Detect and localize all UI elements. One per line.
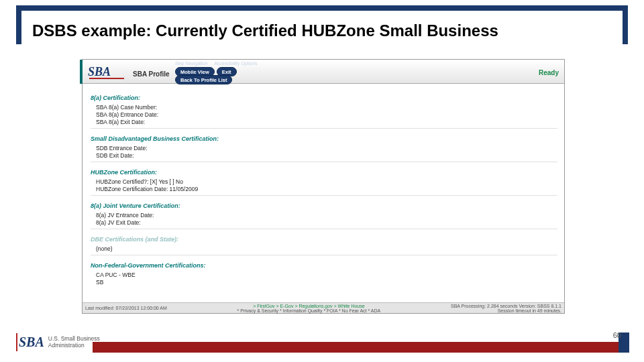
section-hubzone-header: HUBZone Certification:: [91, 169, 557, 176]
processing-text: SBA Processing: 2.284 seconds Version: S…: [451, 304, 561, 308]
field-8a-case-number: SBA 8(a) Case Number:: [96, 104, 557, 111]
section-dbe-header: DBE Certifications (and State):: [91, 236, 557, 243]
slide-footer: SBA U.S. Small Business Administration 6…: [0, 324, 644, 362]
field-sdb-entrance: SDB Entrance Date:: [96, 145, 557, 152]
legal-links: * Privacy & Security * Information Quali…: [167, 308, 451, 313]
field-8a-exit-date: SBA 8(a) Exit Date:: [96, 119, 557, 125]
screenshot-header: SBA SBA Profile Skip Navigation Accessib…: [83, 60, 564, 84]
dsbs-screenshot: SBA SBA Profile Skip Navigation Accessib…: [82, 59, 565, 314]
field-hubzone-certified: HUBZone Certified?: [X] Yes [ ] No: [96, 178, 557, 185]
status-center: > FirstGov > E-Gov > Regulations.gov > W…: [167, 304, 451, 313]
profile-body: 8(a) Certification: SBA 8(a) Case Number…: [83, 84, 564, 286]
session-timeout-text: Session timeout in 49 minutes.: [451, 308, 561, 313]
divider: [91, 255, 557, 255]
top-nav-links: Skip Navigation Accessibility Options: [175, 61, 262, 66]
gov-links: > FirstGov > E-Gov > Regulations.gov > W…: [167, 304, 451, 308]
divider: [91, 229, 557, 229]
pill-row-2: Back To Profile List: [175, 75, 232, 84]
status-bar: Last modified: 07/22/2013 12:00:00 AM > …: [83, 302, 564, 313]
divider: [91, 128, 557, 129]
skip-navigation-link[interactable]: Skip Navigation: [175, 61, 208, 66]
field-nonfed-1: CA PUC - WBE: [96, 272, 557, 278]
back-to-profile-list-button[interactable]: Back To Profile List: [175, 75, 232, 84]
footer-sba-logo: SBA U.S. Small Business Administration: [19, 335, 100, 350]
section-8a-cert-header: 8(a) Certification:: [91, 95, 557, 101]
status-right: SBA Processing: 2.284 seconds Version: S…: [451, 304, 561, 313]
field-dbe-none: (none): [96, 245, 557, 252]
footer-logo-mark: SBA: [19, 335, 44, 350]
section-sdb-header: Small Disadvantaged Business Certificati…: [91, 135, 557, 142]
field-8a-entrance-date: SBA 8(a) Entrance Date:: [96, 111, 557, 118]
divider: [91, 195, 557, 196]
field-8a-jv-exit: 8(a) JV Exit Date:: [96, 219, 557, 226]
slide-title: DSBS example: Currently Certified HUBZon…: [30, 21, 501, 40]
page-number: 60: [613, 331, 621, 339]
sba-logo: SBA: [88, 65, 111, 79]
field-hubzone-cert-date: HUBZone Certification Date: 11/05/2009: [96, 186, 557, 192]
sba-logo-underline: [89, 78, 124, 79]
section-nonfed-header: Non-Federal-Government Certifications:: [91, 262, 557, 269]
divider: [91, 162, 557, 162]
field-sdb-exit: SDB Exit Date:: [96, 152, 557, 159]
accessibility-options-link[interactable]: Accessibility Options: [214, 61, 257, 66]
field-nonfed-2: SB: [96, 279, 557, 286]
field-8a-jv-entrance: 8(a) JV Entrance Date:: [96, 212, 557, 219]
header-edge-decoration: [80, 60, 83, 84]
footer-red-bar: [93, 342, 624, 353]
last-modified-text: Last modified: 07/22/2013 12:00:00 AM: [85, 306, 167, 310]
ready-status: Ready: [539, 69, 559, 76]
sba-profile-label: SBA Profile: [133, 70, 170, 78]
section-8a-jv-header: 8(a) Joint Venture Certification:: [91, 202, 557, 209]
